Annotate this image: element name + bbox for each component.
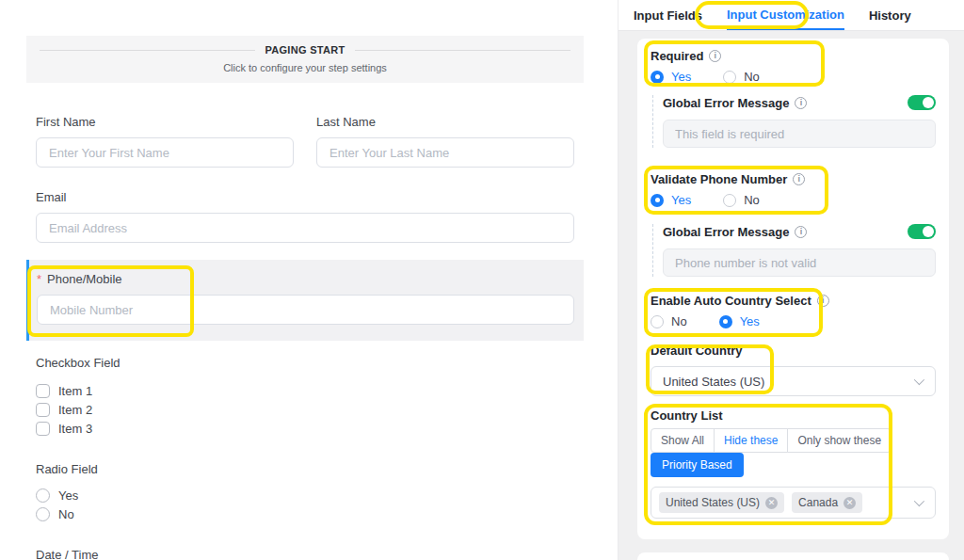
country-list-setting: Country List Show All Hide these Only sh… bbox=[651, 408, 936, 519]
radio-unselected-icon bbox=[651, 315, 664, 328]
default-country-setting: Default Country United States (US) bbox=[651, 344, 936, 396]
radio-unselected-icon bbox=[723, 194, 736, 207]
checkbox-item[interactable]: Item 1 bbox=[36, 381, 574, 400]
radio-selected-icon bbox=[651, 71, 664, 84]
tab-input-fields[interactable]: Input Fields bbox=[634, 0, 702, 30]
auto-country-setting: Enable Auto Country Select i No Yes bbox=[651, 294, 936, 328]
priority-based-button[interactable]: Priority Based bbox=[651, 453, 744, 477]
only-show-these-button[interactable]: Only show these bbox=[787, 428, 892, 453]
global-error-label: Global Error Message bbox=[663, 225, 789, 239]
email-input[interactable] bbox=[36, 213, 574, 243]
info-icon[interactable]: i bbox=[817, 295, 829, 307]
settings-tabbar: Input Fields Input Customization History bbox=[619, 0, 964, 31]
default-country-value: United States (US) bbox=[663, 375, 764, 389]
required-setting: Required i Yes No bbox=[651, 49, 936, 84]
tab-history[interactable]: History bbox=[869, 0, 911, 30]
first-name-field[interactable]: First Name bbox=[36, 115, 294, 168]
checkbox-item-label: Item 2 bbox=[58, 403, 92, 417]
settings-scroll-area[interactable]: Required i Yes No bbox=[619, 31, 964, 560]
auto-country-label: Enable Auto Country Select bbox=[651, 294, 811, 308]
global-error-label: Global Error Message bbox=[663, 96, 789, 110]
last-name-input[interactable] bbox=[316, 137, 574, 168]
global-error-message-2: Global Error Message i bbox=[652, 224, 936, 277]
toggle-knob bbox=[923, 226, 934, 237]
validate-no-option[interactable]: No bbox=[723, 193, 760, 207]
tab-input-customization[interactable]: Input Customization bbox=[727, 0, 844, 30]
country-chip: United States (US) ✕ bbox=[659, 492, 784, 513]
radio-item-label: Yes bbox=[58, 488, 78, 503]
radio-item[interactable]: Yes bbox=[36, 486, 574, 504]
global-error-input-1[interactable] bbox=[663, 120, 936, 148]
radio-field-label: Radio Field bbox=[36, 462, 574, 476]
datetime-label: Date / Time bbox=[36, 548, 574, 560]
default-country-label: Default Country bbox=[651, 344, 743, 358]
validate-phone-label: Validate Phone Number bbox=[651, 172, 787, 186]
checkbox-unchecked-icon[interactable] bbox=[36, 384, 50, 398]
form-preview-pane: PAGING START Click to configure your ste… bbox=[0, 0, 618, 560]
phone-field-selected[interactable]: *Phone/Mobile bbox=[26, 260, 584, 341]
radio-item[interactable]: No bbox=[36, 504, 574, 523]
country-chip: Canada ✕ bbox=[792, 492, 862, 513]
info-icon[interactable]: i bbox=[709, 50, 721, 62]
toggle-knob bbox=[923, 97, 934, 108]
checkbox-unchecked-icon[interactable] bbox=[36, 422, 50, 436]
email-label: Email bbox=[36, 190, 574, 204]
required-yes-option[interactable]: Yes bbox=[651, 70, 691, 84]
phone-label: Phone/Mobile bbox=[47, 272, 122, 286]
info-icon[interactable]: i bbox=[795, 226, 807, 238]
validate-yes-option[interactable]: Yes bbox=[651, 193, 691, 207]
radio-option-label: No bbox=[744, 70, 760, 84]
country-chip-label: Canada bbox=[798, 496, 838, 509]
required-no-option[interactable]: No bbox=[723, 70, 760, 84]
country-chip-label: United States (US) bbox=[666, 496, 760, 509]
radio-option-label: Yes bbox=[671, 70, 691, 84]
checkbox-unchecked-icon[interactable] bbox=[36, 403, 50, 417]
radio-unselected-icon bbox=[723, 71, 736, 84]
settings-pane: Input Fields Input Customization History… bbox=[618, 0, 964, 560]
next-settings-card bbox=[637, 552, 949, 560]
country-list-label: Country List bbox=[651, 408, 723, 423]
checkbox-field-label: Checkbox Field bbox=[36, 356, 574, 370]
hide-these-button[interactable]: Hide these bbox=[714, 428, 788, 453]
country-multiselect[interactable]: United States (US) ✕ Canada ✕ bbox=[651, 487, 936, 519]
divider bbox=[40, 50, 255, 51]
first-name-input[interactable] bbox=[36, 137, 294, 168]
country-list-mode-group: Show All Hide these Only show these bbox=[651, 428, 936, 453]
toggle-on[interactable] bbox=[908, 224, 936, 239]
remove-country-icon[interactable]: ✕ bbox=[765, 497, 778, 509]
datetime-field[interactable]: Date / Time bbox=[26, 548, 584, 560]
paging-start-step[interactable]: PAGING START Click to configure your ste… bbox=[26, 36, 584, 83]
radio-field[interactable]: Radio Field Yes No bbox=[26, 462, 584, 523]
settings-card: Required i Yes No bbox=[637, 39, 949, 539]
toggle-on[interactable] bbox=[908, 95, 936, 110]
radio-option-label: Yes bbox=[671, 193, 691, 207]
radio-unchecked-icon[interactable] bbox=[36, 488, 50, 503]
validate-phone-setting: Validate Phone Number i Yes No bbox=[651, 172, 936, 207]
remove-country-icon[interactable]: ✕ bbox=[844, 497, 856, 509]
radio-option-label: No bbox=[744, 193, 760, 207]
first-name-label: First Name bbox=[36, 115, 294, 129]
show-all-button[interactable]: Show All bbox=[651, 428, 715, 453]
auto-country-no-option[interactable]: No bbox=[651, 314, 687, 328]
radio-option-label: Yes bbox=[740, 314, 760, 328]
chevron-down-icon bbox=[914, 496, 924, 506]
phone-input[interactable] bbox=[37, 295, 574, 325]
default-country-select[interactable]: United States (US) bbox=[651, 366, 936, 396]
info-icon[interactable]: i bbox=[795, 97, 807, 109]
info-icon[interactable]: i bbox=[793, 173, 805, 185]
global-error-input-2[interactable] bbox=[663, 248, 936, 277]
chevron-down-icon bbox=[914, 375, 924, 385]
last-name-label: Last Name bbox=[316, 115, 574, 129]
last-name-field[interactable]: Last Name bbox=[316, 115, 574, 168]
checkbox-field[interactable]: Checkbox Field Item 1 Item 2 Item 3 bbox=[26, 356, 584, 438]
required-asterisk: * bbox=[37, 272, 41, 286]
radio-unchecked-icon[interactable] bbox=[36, 507, 50, 521]
radio-option-label: No bbox=[671, 314, 687, 328]
checkbox-item-label: Item 1 bbox=[58, 384, 92, 398]
auto-country-yes-option[interactable]: Yes bbox=[719, 314, 760, 328]
email-field[interactable]: Email bbox=[26, 190, 584, 243]
divider bbox=[355, 50, 570, 51]
checkbox-item[interactable]: Item 3 bbox=[36, 419, 574, 438]
checkbox-item[interactable]: Item 2 bbox=[36, 400, 574, 419]
global-error-message-1: Global Error Message i bbox=[652, 95, 936, 148]
